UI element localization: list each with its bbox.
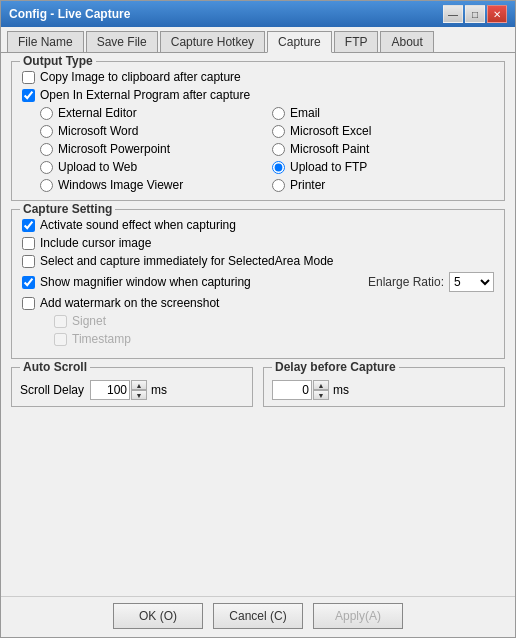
bottom-panels: Auto Scroll Scroll Delay ▲ ▼ ms Delay be… xyxy=(11,367,505,407)
scroll-delay-label: Scroll Delay xyxy=(20,383,84,397)
title-bar: Config - Live Capture — □ ✕ xyxy=(1,1,515,27)
program-radio-grid: External Editor Email Microsoft Word Mic… xyxy=(40,106,494,192)
activate-sound-checkbox[interactable] xyxy=(22,219,35,232)
auto-scroll-title: Auto Scroll xyxy=(20,360,90,374)
scroll-delay-spinners: ▲ ▼ xyxy=(131,380,147,400)
radio-powerpoint-input[interactable] xyxy=(40,143,53,156)
include-cursor-label: Include cursor image xyxy=(40,236,151,250)
radio-printer: Printer xyxy=(272,178,494,192)
signet-label: Signet xyxy=(72,314,106,328)
open-external-label: Open In External Program after capture xyxy=(40,88,250,102)
radio-email-label: Email xyxy=(290,106,320,120)
radio-excel: Microsoft Excel xyxy=(272,124,494,138)
radio-paint-input[interactable] xyxy=(272,143,285,156)
delay-value-input[interactable] xyxy=(272,380,312,400)
ok-button[interactable]: OK (O) xyxy=(113,603,203,629)
radio-upload-web-label: Upload to Web xyxy=(58,160,137,174)
show-magnifier-row: Show magnifier window when capturing Enl… xyxy=(22,272,494,292)
open-external-checkbox[interactable] xyxy=(22,89,35,102)
output-type-title: Output Type xyxy=(20,54,96,68)
delay-capture-title: Delay before Capture xyxy=(272,360,399,374)
radio-word: Microsoft Word xyxy=(40,124,262,138)
scroll-delay-down[interactable]: ▼ xyxy=(131,390,147,400)
radio-external-editor-input[interactable] xyxy=(40,107,53,120)
show-magnifier-checkbox[interactable] xyxy=(22,276,35,289)
tab-savefile[interactable]: Save File xyxy=(86,31,158,52)
auto-scroll-section: Auto Scroll Scroll Delay ▲ ▼ ms xyxy=(11,367,253,407)
timestamp-row: Timestamp xyxy=(54,332,494,346)
enlarge-ratio-label: Enlarge Ratio: xyxy=(368,275,444,289)
delay-value-row: ▲ ▼ ms xyxy=(272,380,496,400)
radio-word-input[interactable] xyxy=(40,125,53,138)
radio-printer-label: Printer xyxy=(290,178,325,192)
radio-excel-input[interactable] xyxy=(272,125,285,138)
scroll-delay-up[interactable]: ▲ xyxy=(131,380,147,390)
radio-excel-label: Microsoft Excel xyxy=(290,124,371,138)
radio-paint-label: Microsoft Paint xyxy=(290,142,369,156)
apply-button[interactable]: Apply(A) xyxy=(313,603,403,629)
radio-upload-ftp-input[interactable] xyxy=(272,161,285,174)
delay-down[interactable]: ▼ xyxy=(313,390,329,400)
watermark-label: Add watermark on the screenshot xyxy=(40,296,219,310)
select-immediately-label: Select and capture immediately for Selec… xyxy=(40,254,334,268)
include-cursor-row: Include cursor image xyxy=(22,236,494,250)
radio-upload-ftp-label: Upload to FTP xyxy=(290,160,367,174)
capture-setting-title: Capture Setting xyxy=(20,202,115,216)
title-bar-controls: — □ ✕ xyxy=(443,5,507,23)
select-immediately-checkbox[interactable] xyxy=(22,255,35,268)
activate-sound-label: Activate sound effect when capturing xyxy=(40,218,236,232)
tab-ftp[interactable]: FTP xyxy=(334,31,379,52)
watermark-checkbox[interactable] xyxy=(22,297,35,310)
copy-clipboard-checkbox[interactable] xyxy=(22,71,35,84)
radio-upload-ftp: Upload to FTP xyxy=(272,160,494,174)
radio-external-editor-label: External Editor xyxy=(58,106,137,120)
select-immediately-row: Select and capture immediately for Selec… xyxy=(22,254,494,268)
content-area: Output Type Copy Image to clipboard afte… xyxy=(1,53,515,596)
include-cursor-checkbox[interactable] xyxy=(22,237,35,250)
radio-image-viewer-label: Windows Image Viewer xyxy=(58,178,183,192)
timestamp-label: Timestamp xyxy=(72,332,131,346)
signet-checkbox[interactable] xyxy=(54,315,67,328)
close-button[interactable]: ✕ xyxy=(487,5,507,23)
signet-row: Signet xyxy=(54,314,494,328)
activate-sound-row: Activate sound effect when capturing xyxy=(22,218,494,232)
radio-upload-web: Upload to Web xyxy=(40,160,262,174)
output-type-section: Output Type Copy Image to clipboard afte… xyxy=(11,61,505,201)
open-external-row: Open In External Program after capture xyxy=(22,88,494,102)
delay-capture-section: Delay before Capture ▲ ▼ ms xyxy=(263,367,505,407)
radio-printer-input[interactable] xyxy=(272,179,285,192)
show-magnifier-label: Show magnifier window when capturing xyxy=(40,275,251,289)
scroll-delay-input[interactable] xyxy=(90,380,130,400)
tab-capture[interactable]: Capture xyxy=(267,31,332,53)
radio-powerpoint-label: Microsoft Powerpoint xyxy=(58,142,170,156)
delay-ms: ms xyxy=(333,383,349,397)
copy-clipboard-label: Copy Image to clipboard after capture xyxy=(40,70,241,84)
main-window: Config - Live Capture — □ ✕ File Name Sa… xyxy=(0,0,516,638)
watermark-row: Add watermark on the screenshot xyxy=(22,296,494,310)
radio-upload-web-input[interactable] xyxy=(40,161,53,174)
tab-capturehotkey[interactable]: Capture Hotkey xyxy=(160,31,265,52)
tab-about[interactable]: About xyxy=(380,31,433,52)
copy-clipboard-row: Copy Image to clipboard after capture xyxy=(22,70,494,84)
radio-word-label: Microsoft Word xyxy=(58,124,138,138)
scroll-delay-ms: ms xyxy=(151,383,167,397)
maximize-button[interactable]: □ xyxy=(465,5,485,23)
footer-buttons: OK (O) Cancel (C) Apply(A) xyxy=(1,596,515,637)
tab-bar: File Name Save File Capture Hotkey Captu… xyxy=(1,27,515,53)
radio-powerpoint: Microsoft Powerpoint xyxy=(40,142,262,156)
timestamp-checkbox[interactable] xyxy=(54,333,67,346)
radio-image-viewer: Windows Image Viewer xyxy=(40,178,262,192)
radio-email-input[interactable] xyxy=(272,107,285,120)
enlarge-ratio-select[interactable]: 1 2 3 4 5 6 7 8 xyxy=(449,272,494,292)
radio-email: Email xyxy=(272,106,494,120)
window-title: Config - Live Capture xyxy=(9,7,130,21)
capture-setting-section: Capture Setting Activate sound effect wh… xyxy=(11,209,505,359)
watermark-options: Signet Timestamp xyxy=(54,314,494,346)
radio-image-viewer-input[interactable] xyxy=(40,179,53,192)
cancel-button[interactable]: Cancel (C) xyxy=(213,603,303,629)
tab-filename[interactable]: File Name xyxy=(7,31,84,52)
delay-spinners: ▲ ▼ xyxy=(313,380,329,400)
minimize-button[interactable]: — xyxy=(443,5,463,23)
delay-up[interactable]: ▲ xyxy=(313,380,329,390)
radio-paint: Microsoft Paint xyxy=(272,142,494,156)
